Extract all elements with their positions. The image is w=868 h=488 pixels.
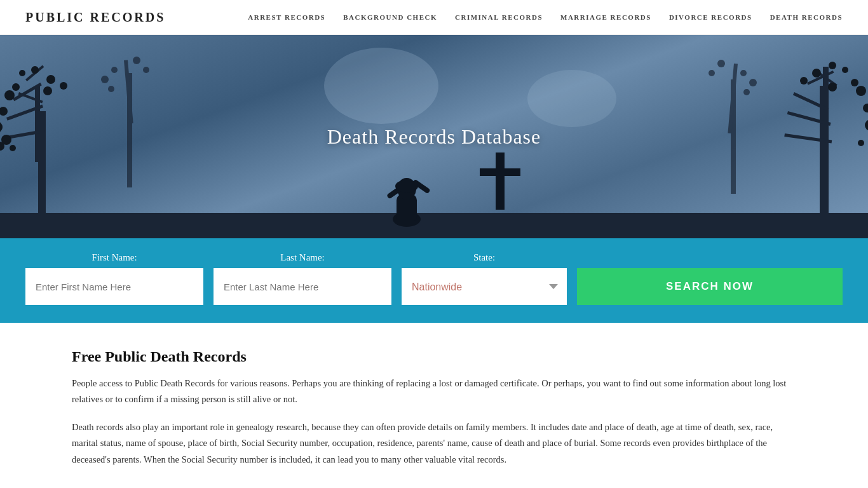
nav-criminal-records[interactable]: CRIMINAL RECORDS <box>455 13 543 21</box>
first-name-label: First Name: <box>25 252 203 263</box>
state-label: State: <box>402 252 567 263</box>
nav-death-records[interactable]: DEATH RECORDS <box>770 13 843 21</box>
hero-title: Death Records Database <box>327 125 541 149</box>
hero-section: Death Records Database <box>0 35 868 238</box>
nav-divorce-records[interactable]: DIVORCE RECORDS <box>669 13 752 21</box>
site-logo[interactable]: PUBLIC RECORDS <box>25 10 165 25</box>
state-field: State: Nationwide Alabama Alaska Arizona… <box>402 252 567 305</box>
first-name-input[interactable] <box>25 268 203 305</box>
nav-arrest-records[interactable]: ARREST RECORDS <box>248 13 325 21</box>
last-name-label: Last Name: <box>214 252 391 263</box>
search-now-button[interactable]: SEARCH NOW <box>577 268 843 305</box>
nav-background-check[interactable]: BACKGROUND CHECK <box>343 13 437 21</box>
nav-marriage-records[interactable]: MARRIAGE RECORDS <box>560 13 651 21</box>
state-select[interactable]: Nationwide Alabama Alaska Arizona Arkans… <box>402 268 567 305</box>
content-paragraph-1: People access to Public Death Records fo… <box>72 376 796 408</box>
search-section: First Name: Last Name: State: Nationwide… <box>0 238 868 323</box>
main-nav: ARREST RECORDS BACKGROUND CHECK CRIMINAL… <box>248 13 843 21</box>
search-button-wrap: SEARCH NOW <box>577 268 843 305</box>
last-name-input[interactable] <box>214 268 391 305</box>
content-heading: Free Public Death Records <box>72 348 796 365</box>
first-name-field: First Name: <box>25 252 203 305</box>
content-paragraph-2: Death records also play an important rol… <box>72 419 796 468</box>
last-name-field: Last Name: <box>214 252 391 305</box>
main-content: Free Public Death Records People access … <box>0 323 868 488</box>
site-header: PUBLIC RECORDS ARREST RECORDS BACKGROUND… <box>0 0 868 35</box>
